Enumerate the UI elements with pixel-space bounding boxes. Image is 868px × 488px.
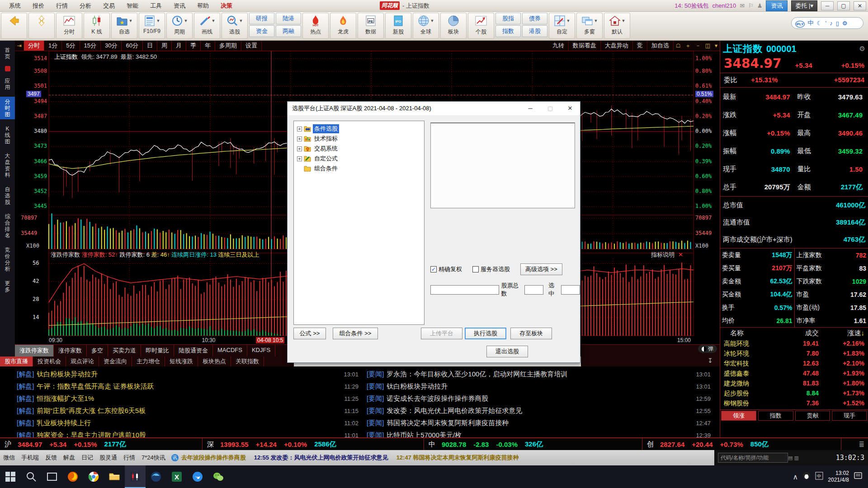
toolbar-button-自定[interactable]: ▼自定 [549,13,575,39]
news-item[interactable]: [要闻]发改委：风电光伏上网电价政策开始征求意见12:55 [367,405,717,417]
ind-tab-买卖力道[interactable]: 买卖力道 [108,345,141,357]
total-input[interactable] [524,285,543,295]
toolbar-button-研报[interactable]: 研报 [249,13,274,24]
news-tab-投资机会[interactable]: 投资机会 [33,357,66,366]
checkbox-精确复权[interactable]: ✓精确复权 [430,265,462,273]
start-button[interactable] [0,465,21,488]
wallet-note[interactable]: 14: 50捡钱包 [675,2,708,10]
tree-label[interactable]: 自定公式 [313,154,339,163]
chevron-down-icon[interactable]: ▼ [594,19,598,23]
chevron-down-icon[interactable]: ▼ [566,19,571,23]
ime-item-3[interactable]: ♪ [830,20,833,27]
news-text[interactable]: 韩国将决定本周末恢复阿斯利康疫苗接种 [387,419,509,427]
tree-node-自定公式[interactable]: +自定公式 [296,154,422,164]
checkbox-服务器选股[interactable]: 服务器选股 [472,265,510,273]
close-indicator-icon[interactable]: ✕ [678,251,683,258]
dialog-minimize-button[interactable]: ─ [520,102,540,115]
news-text[interactable]: 钛白粉板块异动拉升 [387,382,448,391]
expand-icon[interactable]: + [297,156,302,161]
news-item[interactable]: [解盘]午评：指数早盘低开高走 证券板块活跃11:29 [17,380,365,393]
news-item[interactable]: [解盘]钛白粉板块异动拉升13:01 [17,368,365,380]
code-search-input[interactable]: 代码/名称/简拼/功能 [718,453,788,463]
toolbar-button-债券[interactable]: 债券 [522,13,547,24]
sidebar-item-K线图[interactable]: K线图 [0,124,15,146]
chevron-down-icon[interactable]: ▼ [239,19,243,23]
dialog-button-存至板块[interactable]: 存至板块 [510,328,552,339]
ime-item-0[interactable]: 中 [808,19,814,27]
ticker-link-解盘[interactable]: 解盘 [60,454,78,462]
toolbar-button-F10/F9[interactable]: ▼F10/F9 [139,13,165,39]
ticker-link-日记[interactable]: 日记 [78,454,96,462]
menu-帮助[interactable]: 帮助 [192,1,214,11]
tree-node-交易系统[interactable]: +交易系统 [296,144,422,154]
chevron-down-icon[interactable]: ▼ [156,19,160,23]
stock-foot-tab-贡献[interactable]: 贡献 [795,411,830,421]
news-item[interactable]: [要闻]比特币站上57000美元/枚12:39 [367,429,717,437]
news-tab-主力增仓[interactable]: 主力增仓 [132,357,165,366]
news-text[interactable]: 前期“庄股”再度大涨 仁东控股6天5板 [37,407,146,415]
sidebar-item-综合排名[interactable]: 综合排名 [0,211,15,240]
news-item[interactable]: [要闻]韩国将决定本周末恢复阿斯利康疫苗接种12:47 [367,417,717,429]
taskbar-clock[interactable]: 13:022021/4/8 [828,470,849,483]
ind-tab-陆股通资金[interactable]: 陆股通资金 [174,345,213,357]
ind-tab-涨停家数[interactable]: 涨停家数 [54,345,87,357]
expand-icon[interactable]: + [297,127,302,131]
gear-icon[interactable]: ⚙ [859,45,865,53]
news-text[interactable]: 罗永浩：今年目标收入至少100亿，启动对网红主播教育培训 [387,370,567,379]
sidebar-item-更多[interactable]: 更多 [0,278,15,295]
ticker-headline[interactable]: 12:55 发改委：风电光伏上网电价政策开始征求意见 [254,454,388,462]
ime-item-2[interactable]: ’ [825,20,826,27]
ime-item-4[interactable]: ▯ [836,20,839,27]
toolbar-button-热点[interactable]: HOT热点 [302,13,329,39]
news-item[interactable]: [解盘]独家资金：早盘主力进散户逃前10股11:01 [17,429,365,437]
chrome-icon[interactable] [83,465,104,488]
toolbar-button-默认[interactable]: ▼默认 [604,13,630,39]
index-cell-沪[interactable]: 沪3484.97+5.34+0.15%2177亿 [0,438,203,450]
ime-indicator[interactable]: 中 [815,472,823,482]
toolbar-button-指数[interactable]: 指数 [495,25,521,37]
wechat-icon[interactable] [208,465,229,488]
tree-label[interactable]: 条件选股 [313,124,339,133]
tree-label[interactable]: 组合条件 [313,164,339,173]
chevron-down-icon[interactable]: ▼ [430,19,434,23]
scroll-down-icon[interactable]: ↧ [708,357,713,364]
news-tab-观点评论[interactable]: 观点评论 [66,357,99,366]
stock-foot-tab-现手[interactable]: 现手 [832,411,867,421]
toolbar-button-龙虎[interactable]: 龙虎 [330,13,356,39]
menu-资讯[interactable]: 资讯 [168,1,191,11]
news-item[interactable]: [要闻]罗永浩：今年目标收入至少100亿，启动对网红主播教育培训13:01 [367,368,717,380]
toolbar-button-资金[interactable]: 资金 [249,25,274,37]
tree-node-组合条件[interactable]: 组合条件 [296,164,422,174]
tree-node-技术指标[interactable]: +技术指标 [296,134,422,144]
ind-tab-涨跌停家数[interactable]: 涨跌停家数 [15,345,54,357]
news-item[interactable]: [解盘]恒指涨幅扩大至1%11:25 [17,393,365,405]
tree-node-条件选股[interactable]: +条件选股 [296,124,422,134]
news-text[interactable]: 乳业板块持续上行 [37,419,91,427]
close-button[interactable]: ✕ [854,1,866,10]
dialog-title-bar[interactable]: 选股平台(上证A股 深证A股 2021-04-08 - 2021-04-08) … [288,102,580,115]
result-input[interactable] [430,285,499,295]
dialog-button-组合条件 >>[interactable]: 组合条件 >> [333,328,378,339]
toolbar-button-全球[interactable]: ▼全球 [413,13,439,39]
sidebar-item-竞价分析[interactable]: 竞价分析 [0,245,15,274]
news-tab-短线涨跌[interactable]: 短线涨跌 [165,357,198,366]
toolbar-button-周期[interactable]: ▼周期 [166,13,193,39]
stock-row[interactable]: 盛德鑫泰47.48+1.93% [720,369,868,379]
selected-input[interactable] [561,285,580,295]
indicator-note[interactable]: 指标说明✕ [651,251,683,259]
ind-tab-MACDFS[interactable]: MACDFS [213,345,247,357]
news-item[interactable]: [解盘]前期“庄股”再度大涨 仁东控股6天5板11:15 [17,405,365,417]
menu-行情[interactable]: 行情 [51,1,73,11]
toolbar-button-港股[interactable]: 港股 [522,25,547,37]
trade-button[interactable]: 委托 |▾ [791,0,817,11]
news-button[interactable]: 资讯 [766,0,788,11]
news-tab-关联指数[interactable]: 关联指数 [231,357,264,366]
stock-row[interactable]: 柳钢股份7.36+1.52% [720,399,868,408]
news-text[interactable]: 诺安成长去年波段操作操作券商股 [387,394,488,403]
news-text[interactable]: 独家资金：早盘主力进散户逃前10股 [37,431,146,437]
dingtalk-icon[interactable] [187,465,208,488]
ticker-link-反馈[interactable]: 反馈 [42,454,60,462]
news-tab-板块热点[interactable]: 板块热点 [198,357,231,366]
stock-row[interactable]: 建龙微纳81.83+1.80% [720,379,868,389]
mail-icon[interactable]: ✉ [740,2,745,9]
